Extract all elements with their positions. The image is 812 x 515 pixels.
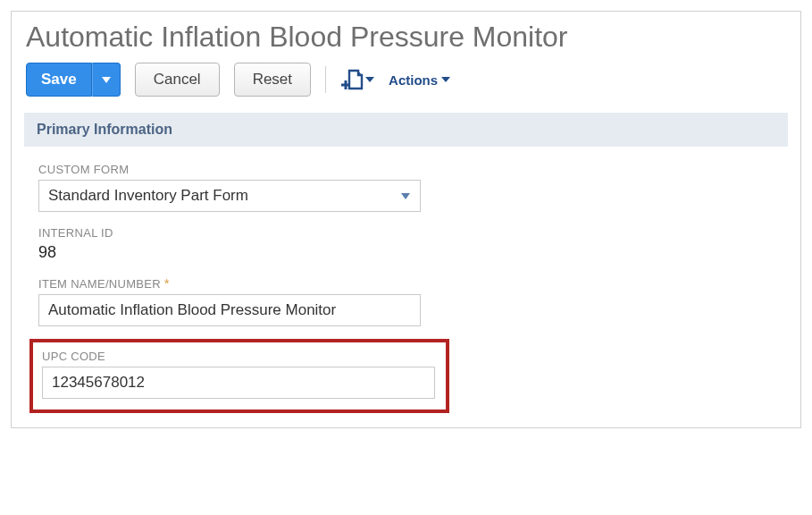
toolbar-divider	[325, 66, 326, 93]
custom-form-label: CUSTOM FORM	[38, 163, 786, 176]
custom-form-value: Standard Inventory Part Form	[48, 187, 248, 205]
required-asterisk-icon: *	[164, 276, 170, 291]
form-body: CUSTOM FORM Standard Inventory Part Form…	[26, 163, 786, 413]
page-title: Automatic Inflation Blood Pressure Monit…	[26, 21, 786, 54]
upc-code-input[interactable]	[42, 367, 435, 399]
svg-marker-0	[102, 77, 111, 83]
triangle-down-icon	[365, 76, 374, 83]
chevron-down-icon	[400, 191, 411, 200]
actions-label: Actions	[389, 72, 438, 88]
actions-menu[interactable]: Actions	[389, 72, 450, 88]
custom-form-select[interactable]: Standard Inventory Part Form	[38, 180, 421, 212]
upc-code-highlight: UPC CODE	[29, 339, 449, 413]
internal-id-label: INTERNAL ID	[38, 226, 786, 240]
field-item-name: ITEM NAME/NUMBER*	[38, 276, 786, 326]
svg-marker-5	[401, 193, 410, 199]
internal-id-value: 98	[38, 243, 786, 262]
svg-marker-3	[365, 77, 374, 82]
cancel-button[interactable]: Cancel	[135, 63, 220, 97]
save-dropdown-button[interactable]	[92, 63, 121, 97]
toolbar: Save Cancel Reset Actions	[26, 63, 786, 97]
svg-marker-4	[441, 77, 450, 82]
save-button-group: Save	[26, 63, 121, 97]
section-heading-primary-info: Primary Information	[24, 113, 788, 147]
reset-button[interactable]: Reset	[234, 63, 311, 97]
field-internal-id: INTERNAL ID 98	[38, 226, 786, 262]
triangle-down-icon	[441, 76, 450, 83]
item-name-label-text: ITEM NAME/NUMBER	[38, 277, 161, 291]
triangle-down-icon	[101, 75, 112, 84]
save-button[interactable]: Save	[26, 63, 92, 97]
new-document-plus-icon	[340, 68, 364, 91]
item-name-label: ITEM NAME/NUMBER*	[38, 276, 786, 291]
record-form-container: Automatic Inflation Blood Pressure Monit…	[11, 11, 801, 428]
field-custom-form: CUSTOM FORM Standard Inventory Part Form	[38, 163, 786, 212]
new-record-button[interactable]	[340, 68, 374, 91]
item-name-input[interactable]	[38, 294, 421, 326]
upc-code-label: UPC CODE	[42, 350, 437, 363]
